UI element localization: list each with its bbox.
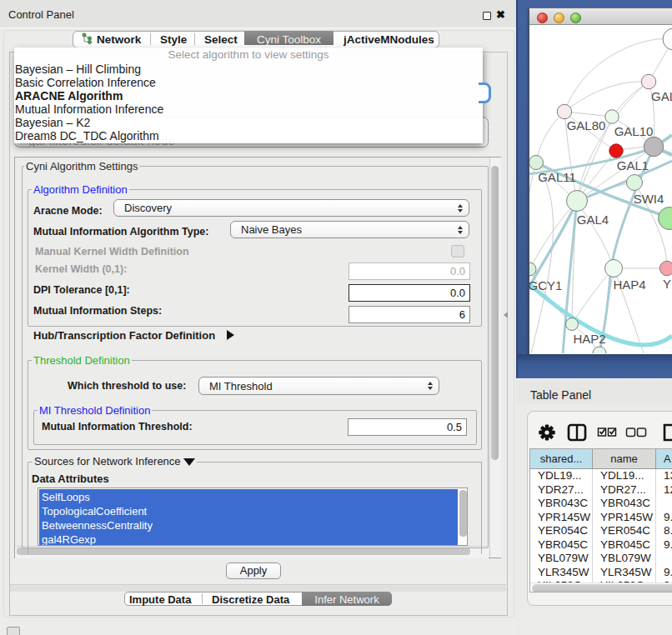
svg-text:GAL4: GAL4 xyxy=(577,212,609,227)
svg-text:HAP2: HAP2 xyxy=(573,332,605,346)
svg-text:GAL80: GAL80 xyxy=(567,118,606,132)
svg-text:Y: Y xyxy=(663,277,671,291)
svg-text:SWI4: SWI4 xyxy=(634,192,664,206)
svg-text:GAL11: GAL11 xyxy=(538,170,576,184)
svg-text:GCY1: GCY1 xyxy=(529,278,562,292)
svg-text:GAL7: GAL7 xyxy=(651,89,672,103)
svg-text:GAL1: GAL1 xyxy=(617,158,649,172)
svg-text:GAL10: GAL10 xyxy=(614,124,654,138)
svg-text:HAP4: HAP4 xyxy=(613,278,645,292)
